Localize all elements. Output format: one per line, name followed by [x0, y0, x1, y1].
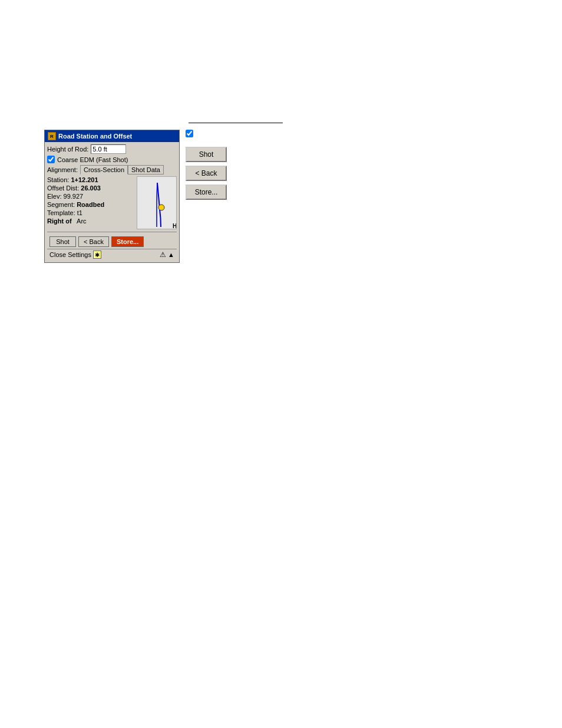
bottom-back-button[interactable]: < Back: [78, 236, 109, 247]
offset-dist-row: Offset Dist: 26.003: [47, 185, 134, 192]
status-right: ⚠ ▲: [160, 251, 174, 259]
station-value: 1+12.201: [71, 176, 98, 183]
warning-icon: ⚠: [160, 251, 166, 259]
height-of-rod-row: Height of Rod:: [47, 144, 177, 154]
offset-dist-label: Offset Dist:: [47, 185, 79, 192]
data-section: Station: 1+12.201 Offset Dist: 26.003 El…: [47, 176, 177, 229]
template-label: Template:: [47, 209, 75, 216]
right-checkbox-row: [186, 130, 227, 139]
station-label: Station:: [47, 176, 69, 183]
station-row: Station: 1+12.201: [47, 176, 134, 183]
right-panel: Shot < Back Store...: [186, 130, 227, 200]
segment-label: Segment:: [47, 201, 75, 208]
template-row: Template: t1: [47, 209, 134, 216]
bottom-shot-button[interactable]: Shot: [49, 236, 76, 247]
bottom-store-button[interactable]: Store...: [111, 236, 144, 247]
dialog-title-text: Road Station and Offset: [58, 133, 132, 140]
close-settings-section: Close Settings ✱: [49, 251, 101, 259]
height-of-rod-label: Height of Rod:: [47, 146, 88, 153]
right-of-label: Right of: [47, 218, 72, 225]
status-bar: Close Settings ✱ ⚠ ▲: [47, 249, 177, 260]
road-diagram: H: [137, 176, 177, 229]
right-store-button[interactable]: Store...: [186, 185, 227, 200]
elev-value: 99.927: [64, 193, 84, 200]
coarse-edm-label: Coarse EDM (Fast Shot): [57, 156, 128, 163]
segment-value: Roadbed: [77, 201, 104, 208]
dialog-titlebar: R Road Station and Offset: [45, 130, 179, 142]
svg-text:H: H: [173, 223, 177, 229]
elev-label: Elev:: [47, 193, 61, 200]
coarse-edm-checkbox[interactable]: [47, 156, 55, 163]
right-back-button[interactable]: < Back: [186, 166, 227, 181]
right-shot-button[interactable]: Shot: [186, 147, 227, 162]
dialog-body: Height of Rod: Coarse EDM (Fast Shot) Al…: [45, 142, 179, 262]
bottom-buttons: Shot < Back Store...: [47, 235, 177, 249]
close-settings-label: Close Settings: [49, 251, 91, 258]
settings-icon[interactable]: ✱: [93, 251, 101, 259]
road-station-offset-dialog: R Road Station and Offset Height of Rod:…: [44, 130, 180, 263]
page-container: R Road Station and Offset Height of Rod:…: [0, 0, 562, 728]
svg-point-1: [158, 205, 164, 210]
alignment-row: Alignment: Cross-Section Shot Data: [47, 165, 177, 174]
tab-cross-section[interactable]: Cross-Section: [80, 165, 128, 174]
separator-line: [47, 232, 177, 232]
road-diagram-svg: H: [137, 177, 177, 229]
top-divider-line: [189, 123, 283, 123]
dialog-title-icon: R: [48, 132, 56, 140]
data-left: Station: 1+12.201 Offset Dist: 26.003 El…: [47, 176, 134, 229]
right-panel-checkbox[interactable]: [186, 130, 193, 137]
right-of-row: Right of Arc: [47, 218, 134, 225]
coarse-edm-row: Coarse EDM (Fast Shot): [47, 156, 177, 163]
status-arrow: ▲: [168, 251, 174, 258]
elev-row: Elev: 99.927: [47, 193, 134, 200]
alignment-label: Alignment:: [47, 166, 78, 173]
segment-row: Segment: Roadbed: [47, 201, 134, 208]
template-value: t1: [77, 209, 82, 216]
tab-shot-data[interactable]: Shot Data: [128, 165, 164, 174]
right-of-value: Arc: [77, 218, 87, 225]
offset-dist-value: 26.003: [81, 185, 101, 192]
height-of-rod-input[interactable]: [91, 144, 126, 154]
